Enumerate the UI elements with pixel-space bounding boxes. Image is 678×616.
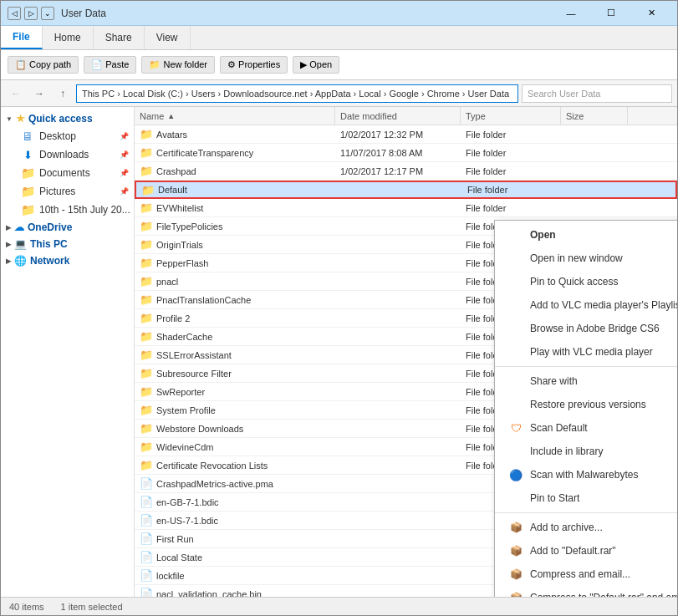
context-menu-item[interactable]: Restore previous versions xyxy=(495,393,677,416)
sidebar-item-network[interactable]: ▶ 🌐 Network xyxy=(1,252,134,269)
sidebar-item-downloads[interactable]: ⬇ Downloads 📌 xyxy=(1,145,134,164)
file-type-cell: File folder xyxy=(462,185,563,195)
onedrive-icon: ☁ xyxy=(14,221,24,233)
search-box[interactable]: Search User Data xyxy=(522,84,672,103)
file-icon: 📁 xyxy=(140,275,153,288)
context-menu-item[interactable]: 🛡 Scan Default xyxy=(495,416,677,440)
new-folder-button[interactable]: 📁 New folder xyxy=(141,56,215,74)
up-button[interactable]: ↑ xyxy=(53,84,73,104)
context-menu-item[interactable]: Browse in Adobe Bridge CS6 xyxy=(495,317,677,340)
context-menu-item[interactable]: 📦 Add to archive... xyxy=(495,516,677,539)
properties-button[interactable]: ⚙ Properties xyxy=(220,56,288,74)
context-menu-label: Compress and email... xyxy=(530,568,677,580)
file-name-cell: 📁 Crashpad xyxy=(135,165,335,177)
file-list: Name ▲ Date modified Type Size 📁 Avatars… xyxy=(135,107,677,597)
back-button[interactable]: ← xyxy=(6,84,26,104)
rar-icon: 📦 xyxy=(508,567,523,582)
status-bar: 40 items 1 item selected xyxy=(1,597,677,615)
file-name-cell: 📁 ShaderCache xyxy=(135,330,335,343)
file-name-text: EVWhitelist xyxy=(156,203,203,213)
table-row[interactable]: 📁 EVWhitelist File folder xyxy=(135,199,677,217)
quick-access-icon: ★ xyxy=(16,113,25,125)
file-icon: 📄 xyxy=(140,551,153,563)
context-menu-label: Add to "Default.rar" xyxy=(530,545,677,557)
context-menu-label: Include in library xyxy=(530,445,677,457)
forward-button[interactable]: → xyxy=(29,84,49,104)
file-name-text: WidevineCdm xyxy=(156,442,213,452)
context-menu-separator xyxy=(495,512,677,513)
ctx-empty-icon xyxy=(508,344,523,359)
mwb-icon: 🔵 xyxy=(508,467,523,482)
file-name-text: pnacl xyxy=(156,277,178,287)
context-menu-item[interactable]: Pin to Quick access xyxy=(495,270,677,293)
forward-nav-icon[interactable]: ▷ xyxy=(24,7,38,20)
context-menu: Open Open in new window Pin to Quick acc… xyxy=(494,220,677,597)
maximize-button[interactable]: ☐ xyxy=(592,1,630,26)
file-name-text: PepperFlash xyxy=(156,258,208,268)
file-icon: 📄 xyxy=(140,514,153,527)
context-menu-item[interactable]: Include in library ▶ xyxy=(495,440,677,463)
sidebar-item-desktop[interactable]: 🖥 Desktop 📌 xyxy=(1,127,134,145)
file-icon: 📁 xyxy=(140,312,153,324)
open-button[interactable]: ▶ Open xyxy=(293,56,339,74)
file-type-cell: File folder xyxy=(461,130,561,140)
sidebar-item-quick-access[interactable]: ▼ ★ Quick access xyxy=(1,110,134,127)
context-menu-label: Restore previous versions xyxy=(530,399,677,410)
tab-view[interactable]: View xyxy=(145,26,191,49)
file-name-cell: 📁 Subresource Filter xyxy=(135,367,335,379)
file-name-text: nacl_validation_cache.bin xyxy=(156,589,262,598)
sidebar-item-july[interactable]: 📁 10th - 15th July 20... xyxy=(1,201,134,219)
context-menu-item[interactable]: 📦 Compress to "Default.rar" and email xyxy=(495,586,677,597)
close-button[interactable]: ✕ xyxy=(632,1,670,26)
item-count: 40 items xyxy=(9,602,44,612)
file-name-text: First Run xyxy=(156,534,194,544)
thispc-icon: 💻 xyxy=(14,238,27,250)
file-name-cell: 📁 SwReporter xyxy=(135,385,335,398)
context-menu-item[interactable]: Share with ▶ xyxy=(495,369,677,393)
context-menu-label: Add to VLC media player's Playlist xyxy=(530,299,677,311)
address-path[interactable]: This PC › Local Disk (C:) › Users › Down… xyxy=(76,84,518,103)
pictures-icon: 📁 xyxy=(21,185,34,198)
sidebar-item-pictures[interactable]: 📁 Pictures 📌 xyxy=(1,182,134,201)
context-menu-label: Open in new window xyxy=(530,252,677,264)
recent-icon[interactable]: ⌄ xyxy=(41,7,54,20)
file-name-text: lockfile xyxy=(156,571,185,581)
context-menu-item[interactable]: Open xyxy=(495,223,677,247)
ctx-empty-icon xyxy=(508,491,523,506)
address-bar: ← → ↑ This PC › Local Disk (C:) › Users … xyxy=(1,80,677,107)
context-menu-label: Pin to Quick access xyxy=(530,276,677,288)
table-row[interactable]: 📁 Crashpad 1/02/2017 12:17 PM File folde… xyxy=(135,162,677,181)
sidebar-item-documents[interactable]: 📁 Documents 📌 xyxy=(1,164,134,182)
col-header-size[interactable]: Size xyxy=(561,107,628,125)
context-menu-item[interactable]: 🔵 Scan with Malwarebytes xyxy=(495,463,677,486)
file-name-cell: 📁 pnacl xyxy=(135,275,335,288)
ribbon-tabs: File Home Share View xyxy=(1,26,677,49)
col-header-date[interactable]: Date modified xyxy=(335,107,461,125)
col-header-name[interactable]: Name ▲ xyxy=(135,107,335,125)
tab-share[interactable]: Share xyxy=(94,26,145,49)
copy-path-button[interactable]: 📋 Copy path xyxy=(8,56,79,74)
file-icon: 📄 xyxy=(140,477,153,490)
context-menu-item[interactable]: Pin to Start xyxy=(495,486,677,510)
table-row[interactable]: 📁 Default File folder xyxy=(135,181,677,199)
tab-file[interactable]: File xyxy=(1,26,43,49)
context-menu-item[interactable]: 📦 Compress and email... xyxy=(495,563,677,586)
sidebar-item-onedrive[interactable]: ▶ ☁ OneDrive xyxy=(1,219,134,236)
tab-home[interactable]: Home xyxy=(43,26,94,49)
back-nav-icon[interactable]: ◁ xyxy=(8,7,21,20)
table-row[interactable]: 📁 CertificateTransparency 11/07/2017 8:0… xyxy=(135,144,677,162)
context-menu-item[interactable]: Play with VLC media player xyxy=(495,340,677,364)
pin-icon-desktop: 📌 xyxy=(120,132,129,140)
context-menu-item[interactable]: Open in new window xyxy=(495,247,677,270)
file-name-cell: 📄 CrashpadMetrics-active.pma xyxy=(135,477,335,490)
minimize-button[interactable]: — xyxy=(552,1,590,26)
window-title: User Data xyxy=(61,8,552,19)
sidebar-item-this-pc[interactable]: ▶ 💻 This PC xyxy=(1,236,134,252)
paste-button[interactable]: 📄 Paste xyxy=(84,56,136,74)
context-menu-item[interactable]: 📦 Add to "Default.rar" xyxy=(495,539,677,563)
file-name-cell: 📄 nacl_validation_cache.bin xyxy=(135,588,335,597)
onedrive-label: OneDrive xyxy=(28,221,72,233)
table-row[interactable]: 📁 Avatars 1/02/2017 12:32 PM File folder xyxy=(135,125,677,144)
context-menu-item[interactable]: Add to VLC media player's Playlist xyxy=(495,293,677,317)
col-header-type[interactable]: Type xyxy=(461,107,561,125)
